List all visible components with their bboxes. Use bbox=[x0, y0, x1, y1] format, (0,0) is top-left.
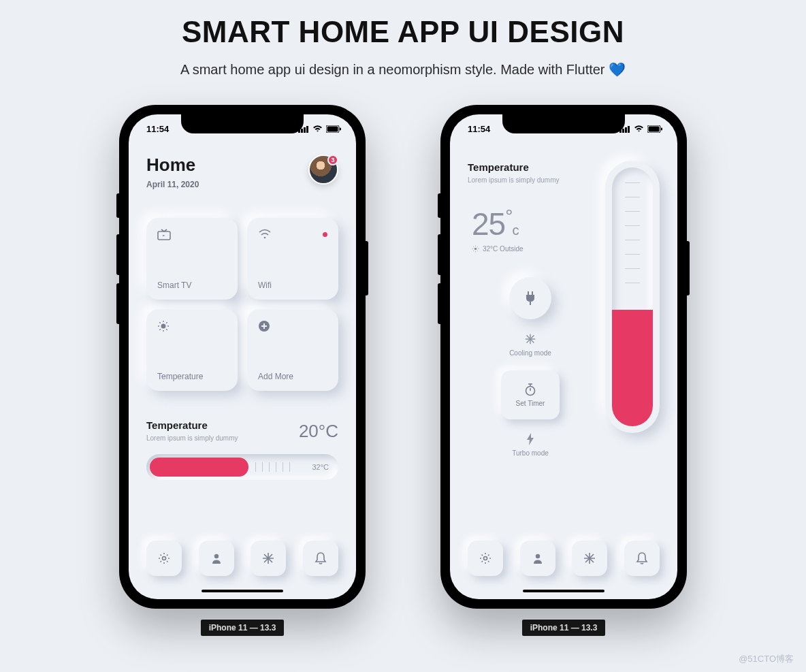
svg-line-17 bbox=[166, 322, 167, 323]
tile-label: Smart TV bbox=[157, 281, 227, 290]
home-indicator bbox=[202, 590, 283, 592]
gear-icon bbox=[479, 551, 492, 565]
nav-profile[interactable] bbox=[199, 541, 234, 576]
nav-settings[interactable] bbox=[468, 541, 503, 576]
svg-rect-41 bbox=[528, 291, 529, 295]
temperature-slider[interactable]: 32°C bbox=[146, 454, 338, 480]
svg-point-8 bbox=[264, 237, 266, 239]
bell-icon bbox=[315, 551, 327, 565]
svg-rect-3 bbox=[306, 126, 308, 133]
status-time: 11:54 bbox=[468, 124, 490, 134]
tile-smart-tv[interactable]: Smart TV bbox=[146, 218, 238, 300]
svg-line-15 bbox=[166, 329, 167, 330]
battery-icon bbox=[326, 125, 341, 133]
snowflake-icon bbox=[583, 551, 596, 565]
thermometer-ticks bbox=[625, 182, 640, 283]
turbo-mode[interactable]: Turbo mode bbox=[512, 433, 549, 457]
svg-rect-30 bbox=[649, 127, 660, 132]
device-label: iPhone 11 — 13.3 bbox=[201, 620, 285, 636]
mode-label: Turbo mode bbox=[512, 449, 549, 457]
nav-settings[interactable] bbox=[146, 541, 182, 576]
outside-temperature: 32°C Outside bbox=[472, 245, 523, 253]
home-indicator bbox=[523, 590, 604, 592]
page-title: SMART HOME APP UI DESIGN bbox=[0, 0, 806, 49]
tv-icon bbox=[157, 229, 171, 241]
home-title: Home bbox=[146, 155, 199, 176]
tile-label: Temperature bbox=[157, 372, 227, 381]
slider-ticks bbox=[255, 462, 308, 472]
nav-profile[interactable] bbox=[520, 541, 555, 576]
tile-temperature[interactable]: Temperature bbox=[146, 309, 238, 391]
nav-modes[interactable] bbox=[251, 541, 286, 576]
plus-icon bbox=[258, 320, 270, 332]
set-timer-button[interactable]: Set Timer bbox=[501, 370, 560, 419]
slider-max: 32°C bbox=[312, 463, 329, 471]
svg-point-19 bbox=[163, 557, 166, 560]
svg-line-14 bbox=[159, 322, 161, 323]
svg-rect-42 bbox=[532, 291, 533, 295]
person-icon bbox=[210, 552, 223, 564]
svg-line-16 bbox=[159, 329, 161, 330]
device-label: iPhone 11 — 13.3 bbox=[522, 620, 606, 636]
nav-notifications[interactable] bbox=[624, 541, 660, 576]
tile-add-more[interactable]: Add More bbox=[247, 309, 338, 391]
sun-icon bbox=[472, 245, 479, 253]
temperature-value: 20°C bbox=[299, 421, 338, 442]
phone-mockup-temperature: 11:54 Temperature Lorem ipsum is simply … bbox=[440, 105, 687, 609]
svg-rect-5 bbox=[327, 127, 338, 132]
thermometer-slider[interactable] bbox=[605, 161, 660, 433]
svg-rect-28 bbox=[628, 126, 630, 133]
temperature-title: Temperature bbox=[146, 419, 238, 431]
wifi-icon bbox=[258, 229, 272, 240]
status-time: 11:54 bbox=[146, 124, 169, 134]
tile-label: Wifi bbox=[258, 281, 327, 290]
watermark: @51CTO博客 bbox=[739, 653, 794, 665]
svg-rect-6 bbox=[340, 128, 341, 131]
temperature-subtitle: Lorem ipsum is simply dummy bbox=[146, 434, 238, 442]
svg-rect-26 bbox=[622, 129, 624, 133]
svg-line-38 bbox=[477, 251, 478, 251]
plug-icon bbox=[523, 291, 537, 306]
home-date: April 11, 2020 bbox=[146, 180, 199, 189]
slider-fill bbox=[150, 458, 248, 477]
nav-modes[interactable] bbox=[572, 541, 607, 576]
cooling-mode[interactable]: Cooling mode bbox=[509, 333, 551, 357]
bell-icon bbox=[636, 551, 648, 565]
svg-point-32 bbox=[474, 248, 477, 251]
svg-rect-1 bbox=[301, 129, 303, 133]
snowflake-icon bbox=[524, 333, 536, 345]
active-indicator bbox=[323, 232, 327, 237]
avatar[interactable]: 3 bbox=[308, 155, 338, 185]
snowflake-icon bbox=[261, 551, 275, 565]
timer-label: Set Timer bbox=[516, 400, 545, 407]
svg-rect-31 bbox=[661, 128, 662, 131]
temperature-big-value: 25°c bbox=[472, 206, 523, 242]
notch bbox=[502, 114, 625, 133]
svg-rect-43 bbox=[530, 302, 531, 305]
svg-line-40 bbox=[477, 246, 478, 247]
svg-rect-2 bbox=[304, 127, 306, 133]
notch bbox=[181, 114, 304, 133]
tile-label: Add More bbox=[258, 372, 327, 381]
sun-icon bbox=[157, 320, 170, 332]
power-button[interactable] bbox=[509, 277, 551, 319]
person-icon bbox=[532, 552, 544, 564]
mode-label: Cooling mode bbox=[509, 349, 551, 357]
tile-wifi[interactable]: Wifi bbox=[247, 218, 338, 300]
svg-line-39 bbox=[473, 251, 474, 251]
phone-mockup-home: 11:54 Home April 11, 2020 3 bbox=[119, 105, 366, 609]
svg-point-20 bbox=[214, 554, 218, 558]
bolt-icon bbox=[526, 433, 535, 445]
svg-point-50 bbox=[535, 554, 539, 558]
svg-line-37 bbox=[473, 246, 474, 247]
nav-notifications[interactable] bbox=[303, 541, 338, 576]
svg-point-9 bbox=[161, 324, 166, 329]
svg-point-49 bbox=[484, 557, 487, 560]
wifi-icon bbox=[312, 125, 323, 133]
wifi-icon bbox=[634, 125, 644, 133]
timer-icon bbox=[524, 383, 536, 396]
battery-icon bbox=[647, 125, 662, 133]
page-subtitle: A smart home app ui design in a neomorph… bbox=[0, 49, 806, 78]
notification-badge: 3 bbox=[327, 155, 338, 165]
gear-icon bbox=[157, 551, 171, 565]
